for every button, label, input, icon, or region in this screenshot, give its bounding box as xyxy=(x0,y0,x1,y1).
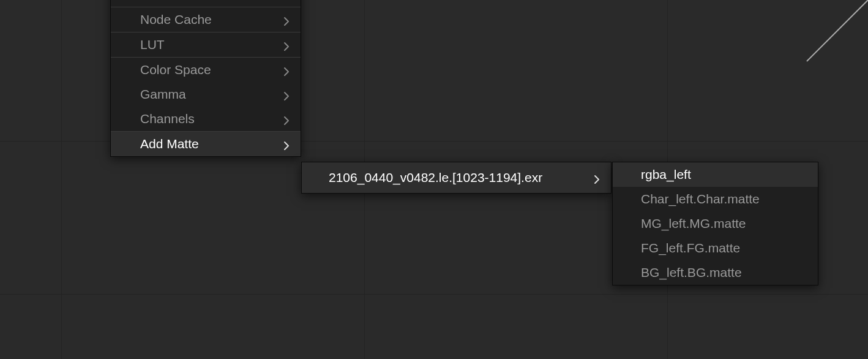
menu-item-label: FG_left.FG.matte xyxy=(641,241,740,255)
menu-item-gamma[interactable]: Gamma xyxy=(111,82,301,107)
menu-item-fg-left[interactable]: FG_left.FG.matte xyxy=(613,236,818,260)
node-connection-line xyxy=(801,0,868,67)
chevron-right-icon xyxy=(283,42,290,48)
menu-item-color-space[interactable]: Color Space xyxy=(111,58,301,82)
menu-item-label: Gamma xyxy=(140,87,186,102)
menu-item-label: Channels xyxy=(140,111,195,126)
chevron-right-icon xyxy=(283,116,290,122)
menu-item-label: LUT xyxy=(140,37,165,52)
menu-item-label: MG_left.MG.matte xyxy=(641,216,746,231)
menu-item-mg-left[interactable]: MG_left.MG.matte xyxy=(613,211,818,236)
menu-item-char-left[interactable]: Char_left.Char.matte xyxy=(613,187,818,211)
menu-item-lut[interactable]: LUT xyxy=(111,32,301,57)
chevron-right-icon xyxy=(283,141,290,147)
menu-item-add-matte[interactable]: Add Matte xyxy=(111,132,301,156)
menu-item-label: rgba_left xyxy=(641,167,691,182)
menu-item-label: BG_left.BG.matte xyxy=(641,265,742,280)
chevron-right-icon xyxy=(283,67,290,73)
menu-item-label: 2106_0440_v0482.le.[1023-1194].exr xyxy=(329,170,542,185)
menu-item-label: Add Matte xyxy=(140,137,199,151)
menu-item-hdr-mode[interactable]: HDR Mode xyxy=(111,0,301,7)
chevron-right-icon xyxy=(283,91,290,97)
menu-item-label: Color Space xyxy=(140,62,211,77)
submenu-add-matte-files: 2106_0440_v0482.le.[1023-1194].exr xyxy=(301,162,612,194)
chevron-right-icon xyxy=(594,175,600,181)
menu-item-label: Char_left.Char.matte xyxy=(641,192,760,206)
submenu-matte-channels: rgba_left Char_left.Char.matte MG_left.M… xyxy=(612,162,818,285)
menu-item-matte-file[interactable]: 2106_0440_v0482.le.[1023-1194].exr xyxy=(302,162,611,193)
menu-item-node-cache[interactable]: Node Cache xyxy=(111,7,301,32)
menu-item-label: Node Cache xyxy=(140,12,212,27)
menu-item-label: HDR Mode xyxy=(140,0,204,2)
context-menu: HDR Mode Node Cache LUT Color Space Gamm… xyxy=(110,0,301,157)
menu-item-bg-left[interactable]: BG_left.BG.matte xyxy=(613,260,818,285)
menu-item-rgba-left[interactable]: rgba_left xyxy=(613,162,818,187)
chevron-right-icon xyxy=(283,17,290,23)
menu-item-channels[interactable]: Channels xyxy=(111,107,301,131)
